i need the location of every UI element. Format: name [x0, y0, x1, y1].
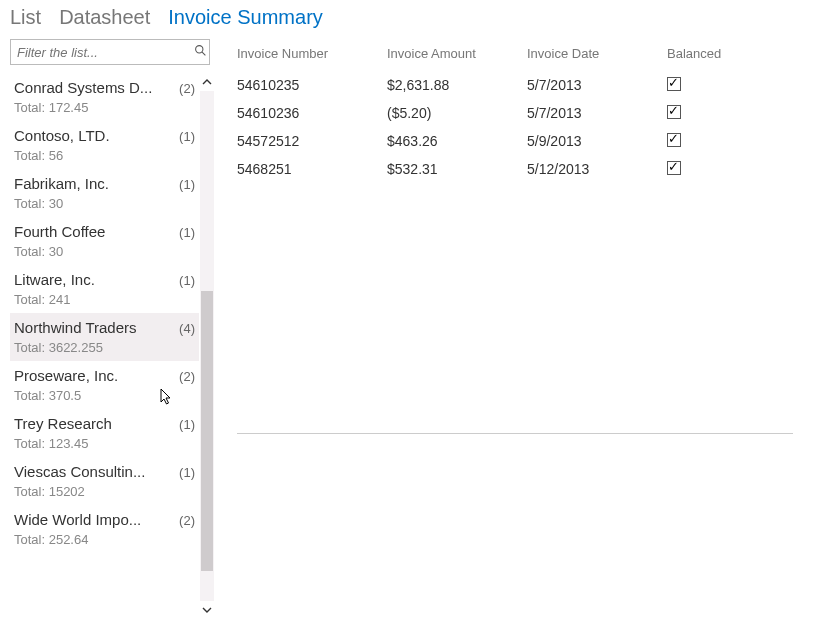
list-item-name: Wide World Impo... [14, 511, 141, 528]
tab-bar: List Datasheet Invoice Summary [0, 0, 813, 39]
list-item-count: (1) [179, 465, 195, 480]
cell-invoice-amount: $532.31 [387, 161, 527, 177]
list-item-sub: Total: 15202 [14, 484, 195, 499]
header-balanced[interactable]: Balanced [667, 46, 767, 61]
list-item-name: Trey Research [14, 415, 112, 432]
header-invoice-number[interactable]: Invoice Number [237, 46, 387, 61]
table-row[interactable]: 54572512$463.265/9/2013 [237, 127, 793, 155]
table-header: Invoice Number Invoice Amount Invoice Da… [237, 39, 793, 67]
scrollbar[interactable] [199, 73, 215, 619]
list-item[interactable]: Trey Research(1)Total: 123.45 [10, 409, 199, 457]
scroll-down-icon[interactable] [199, 601, 215, 619]
list-item[interactable]: Northwind Traders(4)Total: 3622.255 [10, 313, 199, 361]
cell-invoice-number: 54610236 [237, 105, 387, 121]
list-item-name: Fabrikam, Inc. [14, 175, 109, 192]
tab-list[interactable]: List [10, 6, 41, 29]
sidebar-list: Conrad Systems D...(2)Total: 172.45Conto… [10, 73, 199, 619]
list-item[interactable]: Conrad Systems D...(2)Total: 172.45 [10, 73, 199, 121]
list-item-count: (1) [179, 273, 195, 288]
cell-invoice-date: 5/9/2013 [527, 133, 667, 149]
cell-invoice-number: 54610235 [237, 77, 387, 93]
list-item-name: Fourth Coffee [14, 223, 105, 240]
scroll-track[interactable] [200, 91, 214, 601]
tab-datasheet[interactable]: Datasheet [59, 6, 150, 29]
list-item-sub: Total: 56 [14, 148, 195, 163]
svg-line-1 [202, 52, 205, 55]
list-item-count: (2) [179, 81, 195, 96]
list-item[interactable]: Fabrikam, Inc.(1)Total: 30 [10, 169, 199, 217]
cell-invoice-date: 5/7/2013 [527, 105, 667, 121]
cell-balanced [667, 77, 767, 94]
list-item-name: Contoso, LTD. [14, 127, 110, 144]
list-item[interactable]: Wide World Impo...(2)Total: 252.64 [10, 505, 199, 553]
cell-invoice-date: 5/12/2013 [527, 161, 667, 177]
list-item-sub: Total: 30 [14, 196, 195, 211]
table-row[interactable]: 5468251$532.315/12/2013 [237, 155, 793, 183]
list-item[interactable]: Fourth Coffee(1)Total: 30 [10, 217, 199, 265]
list-item-sub: Total: 252.64 [14, 532, 195, 547]
checkbox-icon[interactable] [667, 133, 681, 147]
list-item-count: (1) [179, 129, 195, 144]
list-item-sub: Total: 123.45 [14, 436, 195, 451]
cell-invoice-amount: ($5.20) [387, 105, 527, 121]
list-item-name: Litware, Inc. [14, 271, 95, 288]
cell-invoice-date: 5/7/2013 [527, 77, 667, 93]
list-item-sub: Total: 172.45 [14, 100, 195, 115]
list-item-sub: Total: 30 [14, 244, 195, 259]
header-invoice-date[interactable]: Invoice Date [527, 46, 667, 61]
list-item-sub: Total: 370.5 [14, 388, 195, 403]
checkbox-icon[interactable] [667, 105, 681, 119]
checkbox-icon[interactable] [667, 77, 681, 91]
cell-invoice-number: 54572512 [237, 133, 387, 149]
list-item-name: Northwind Traders [14, 319, 137, 336]
sidebar: Conrad Systems D...(2)Total: 172.45Conto… [0, 39, 215, 619]
scroll-thumb[interactable] [201, 291, 213, 571]
table-row[interactable]: 54610236($5.20)5/7/2013 [237, 99, 793, 127]
list-item[interactable]: Contoso, LTD.(1)Total: 56 [10, 121, 199, 169]
list-item[interactable]: Proseware, Inc.(2)Total: 370.5 [10, 361, 199, 409]
scroll-up-icon[interactable] [199, 73, 215, 91]
filter-box[interactable] [10, 39, 210, 65]
list-item[interactable]: Litware, Inc.(1)Total: 241 [10, 265, 199, 313]
divider [237, 433, 793, 434]
table-row[interactable]: 54610235$2,631.885/7/2013 [237, 71, 793, 99]
cell-balanced [667, 161, 767, 178]
search-icon[interactable] [192, 44, 209, 60]
cell-balanced [667, 105, 767, 122]
cell-invoice-amount: $2,631.88 [387, 77, 527, 93]
list-item-name: Viescas Consultin... [14, 463, 145, 480]
list-item-count: (2) [179, 513, 195, 528]
list-item[interactable]: Viescas Consultin...(1)Total: 15202 [10, 457, 199, 505]
cell-balanced [667, 133, 767, 150]
cell-invoice-amount: $463.26 [387, 133, 527, 149]
header-invoice-amount[interactable]: Invoice Amount [387, 46, 527, 61]
list-item-sub: Total: 3622.255 [14, 340, 195, 355]
filter-input[interactable] [11, 40, 192, 64]
list-item-name: Conrad Systems D... [14, 79, 152, 96]
invoice-table: Invoice Number Invoice Amount Invoice Da… [237, 39, 793, 183]
list-item-count: (4) [179, 321, 195, 336]
tab-invoice-summary[interactable]: Invoice Summary [168, 6, 323, 29]
list-item-count: (2) [179, 369, 195, 384]
list-item-count: (1) [179, 177, 195, 192]
list-item-count: (1) [179, 417, 195, 432]
content-pane: Invoice Number Invoice Amount Invoice Da… [215, 39, 813, 619]
list-item-sub: Total: 241 [14, 292, 195, 307]
list-item-name: Proseware, Inc. [14, 367, 118, 384]
checkbox-icon[interactable] [667, 161, 681, 175]
svg-point-0 [196, 46, 203, 53]
list-item-count: (1) [179, 225, 195, 240]
cell-invoice-number: 5468251 [237, 161, 387, 177]
